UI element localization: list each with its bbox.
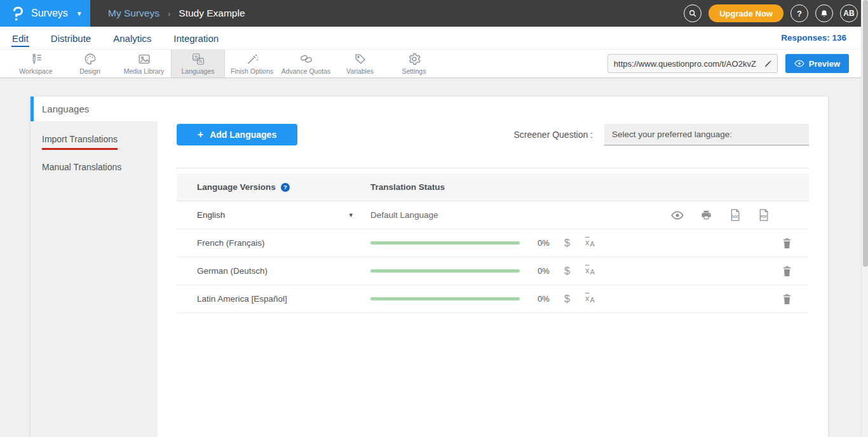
top-bar: Surveys ▼ My Surveys › Study Example Upg…	[0, 0, 868, 27]
toolbar-item-design[interactable]: Design	[63, 50, 117, 77]
svg-text:PDF: PDF	[761, 215, 767, 218]
svg-text:文: 文	[194, 55, 198, 60]
app-window: Surveys ▼ My Surveys › Study Example Upg…	[0, 0, 868, 437]
table-row-default-language: English ▾ Default Language	[177, 201, 809, 229]
pencil-icon	[764, 59, 773, 68]
survey-url-box	[607, 54, 778, 73]
delete-language-button[interactable]	[782, 266, 792, 277]
language-name: French (Français)	[197, 238, 265, 248]
print-icon[interactable]	[700, 209, 712, 221]
search-button[interactable]	[684, 4, 702, 22]
languages-content: + Add Languages Screener Question : Sele…	[158, 121, 828, 437]
delete-language-button[interactable]	[782, 293, 792, 305]
translation-progress-bar	[370, 269, 520, 272]
tab-distribute[interactable]: Distribute	[50, 29, 92, 47]
edit-toolbar: Workspace Design Media Library	[0, 49, 868, 78]
preview-button[interactable]: Preview	[785, 54, 849, 73]
toolbar-item-variables[interactable]: Variables	[333, 50, 387, 77]
svg-text:DOC: DOC	[731, 215, 739, 218]
screener-question: Screener Question : Select your preferre…	[513, 124, 809, 145]
questionpro-logo-icon	[10, 5, 25, 22]
trash-icon	[782, 293, 792, 305]
table-header: Language Versions ? Translation Status	[177, 173, 809, 201]
languages-subnav: Import Translations Manual Translations	[31, 121, 158, 437]
auto-translate-icon[interactable]: xA	[585, 238, 595, 248]
breadcrumb-current: Study Example	[179, 8, 245, 19]
help-button[interactable]: ?	[790, 4, 808, 22]
languages-table: Language Versions ? Translation Status E…	[177, 173, 809, 313]
product-switcher[interactable]: Surveys ▼	[0, 0, 90, 27]
chevron-down-icon: ▼	[76, 10, 83, 17]
toolbar-item-languages[interactable]: 文 A Languages	[171, 50, 225, 77]
scrollbar-thumb[interactable]	[863, 0, 868, 267]
toolbar-item-advance-quotas[interactable]: Advance Quotas	[279, 50, 333, 77]
export-pdf-icon[interactable]: PDF	[757, 208, 770, 222]
question-mark-icon: ?	[797, 9, 802, 18]
survey-url-input[interactable]	[608, 59, 759, 69]
eye-icon	[794, 60, 804, 67]
table-row-language: French (Français) 0% $ xA	[177, 229, 809, 257]
plus-icon: +	[198, 129, 203, 140]
chain-links-icon	[299, 52, 313, 66]
active-section-accent	[31, 97, 34, 121]
table-row-language: German (Deutsch) 0% $ xA	[177, 257, 809, 285]
palette-icon	[83, 52, 97, 66]
paid-translation-dollar-icon[interactable]: $	[564, 238, 570, 249]
add-languages-button[interactable]: + Add Languages	[177, 124, 297, 145]
divider	[177, 168, 809, 168]
language-rows: French (Français) 0% $ xA German (Deutsc…	[177, 229, 809, 313]
trash-icon	[782, 238, 792, 249]
trash-icon	[782, 266, 792, 277]
breadcrumb: My Surveys › Study Example	[108, 8, 245, 19]
breadcrumb-separator-icon: ›	[168, 9, 170, 18]
header-actions: Upgrade Now ? AB	[684, 4, 868, 22]
chevron-down-icon[interactable]: ▾	[349, 211, 353, 219]
toolbar-item-media-library[interactable]: Media Library	[117, 50, 171, 77]
col-translation-status: Translation Status	[370, 182, 445, 192]
screener-question-select[interactable]: Select your preferred language:	[604, 124, 809, 145]
magic-wand-icon	[245, 52, 259, 66]
toolbar-item-finish-options[interactable]: Finish Options	[225, 50, 279, 77]
help-icon[interactable]: ?	[281, 183, 290, 192]
image-icon	[137, 52, 151, 66]
view-eye-icon[interactable]	[671, 211, 684, 220]
translation-percent: 0%	[538, 266, 554, 276]
upgrade-now-button[interactable]: Upgrade Now	[709, 4, 783, 22]
workspace-icon	[29, 52, 43, 66]
toolbar-item-settings[interactable]: Settings	[387, 50, 441, 77]
export-doc-icon[interactable]: DOC	[729, 208, 741, 222]
notifications-button[interactable]	[815, 4, 833, 22]
avatar[interactable]: AB	[840, 4, 858, 22]
languages-panel: Languages Import Translations Manual Tra…	[31, 97, 828, 437]
responses-count[interactable]: Responses: 136	[781, 33, 868, 43]
translation-progress-bar	[370, 241, 520, 245]
survey-tabs: Edit Distribute Analytics Integration Re…	[0, 27, 868, 49]
svg-text:A: A	[199, 59, 202, 64]
subnav-item-manual-translations[interactable]: Manual Translations	[31, 156, 158, 182]
edit-url-button[interactable]	[759, 55, 777, 72]
paid-translation-dollar-icon[interactable]: $	[564, 293, 570, 305]
search-icon	[688, 9, 697, 18]
screener-question-label: Screener Question :	[513, 130, 593, 140]
tab-analytics[interactable]: Analytics	[112, 29, 152, 47]
default-row-actions: DOC PDF	[671, 208, 770, 222]
tab-edit[interactable]: Edit	[11, 29, 29, 47]
table-row-language: Latin America [Español] 0% $ xA	[177, 285, 809, 313]
breadcrumb-my-surveys[interactable]: My Surveys	[108, 8, 159, 19]
language-name: English	[197, 210, 225, 220]
toolbar-right: Preview	[607, 50, 868, 77]
delete-language-button[interactable]	[782, 238, 792, 249]
toolbar-item-workspace[interactable]: Workspace	[9, 50, 63, 77]
tab-integration[interactable]: Integration	[173, 29, 219, 47]
tag-icon	[353, 52, 367, 66]
paid-translation-dollar-icon[interactable]: $	[564, 266, 570, 277]
subnav-item-import-translations[interactable]: Import Translations	[31, 128, 158, 156]
translation-progress-bar	[370, 297, 520, 300]
auto-translate-icon[interactable]: xA	[585, 266, 595, 276]
language-name: Latin America [Español]	[197, 294, 287, 304]
col-language-versions: Language Versions	[197, 182, 276, 192]
gear-icon	[407, 52, 421, 66]
translation-percent: 0%	[538, 238, 554, 248]
auto-translate-icon[interactable]: xA	[585, 294, 595, 304]
translation-percent: 0%	[538, 294, 554, 304]
